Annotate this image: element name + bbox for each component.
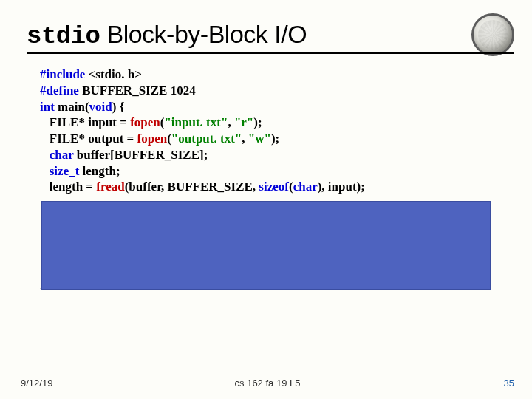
seal-icon [471, 13, 514, 56]
title-rest: Block-by-Block I/O [100, 20, 307, 48]
highlight-overlay [41, 201, 491, 290]
title-rule [27, 52, 514, 54]
slide: stdio Block-by-Block I/O #include <stdio… [0, 0, 532, 399]
footer-course: cs 162 fa 19 L5 [21, 378, 514, 389]
slide-title: stdio Block-by-Block I/O [27, 20, 307, 50]
footer: 9/12/19 cs 162 fa 19 L5 35 [21, 378, 514, 389]
title-keyword: stdio [27, 22, 100, 50]
title-row: stdio Block-by-Block I/O [27, 13, 514, 56]
